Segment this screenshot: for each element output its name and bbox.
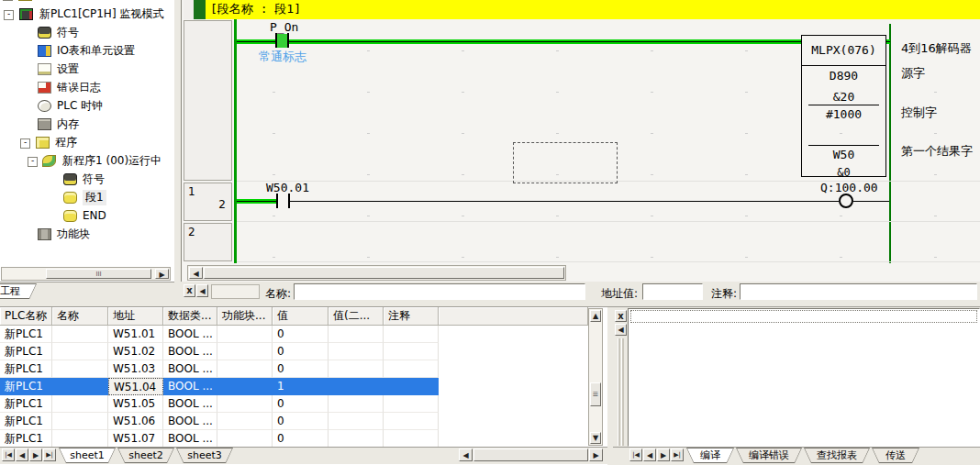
mlpx-separator <box>808 105 879 105</box>
scroll-left-icon[interactable]: ◀ <box>459 448 473 461</box>
rung1-wire <box>853 201 889 202</box>
watch-vscrollbar-thumb[interactable]: ☰ <box>590 382 601 406</box>
watch-window: PLC名称 名称 地址 数据类... 功能块... 值 值(二... 注释 新P… <box>0 306 607 465</box>
rung1-wire <box>290 201 839 202</box>
output-tabbar: |◀ ◀ ▶ ▶| 编译 编译错误 查找报表 传送 <box>613 447 980 464</box>
ladder-selection-marquee[interactable] <box>513 142 618 183</box>
sheet-tabbar: |◀ ◀ ▶ ▶| sheet1 sheet2 sheet3 ◀ ▶ <box>0 447 607 464</box>
contact-bar <box>287 33 289 48</box>
prev-sheet-icon[interactable]: ◀ <box>16 448 28 461</box>
tree-expand-icon[interactable]: - <box>28 157 38 167</box>
tree-expand-icon[interactable]: - <box>20 138 30 149</box>
last-sheet-icon[interactable]: ▶| <box>43 448 56 461</box>
collapse-left-icon[interactable]: ◀ <box>196 284 208 297</box>
mlpx-op2-comment: 控制字 <box>901 105 937 121</box>
rung1-margin-cell[interactable]: 1 2 <box>184 183 232 221</box>
right-power-rail <box>889 24 891 263</box>
section-icon <box>63 210 77 222</box>
output-gripper[interactable] <box>618 338 620 446</box>
tab-sheet3[interactable]: sheet3 <box>176 448 233 463</box>
collapse-left-icon[interactable]: ◀ <box>615 324 627 336</box>
output-gripper[interactable] <box>621 338 624 446</box>
rung-separator <box>237 221 980 222</box>
scroll-right-icon[interactable]: ▶ <box>589 448 603 461</box>
tab-transfer[interactable]: 传送 <box>872 448 919 463</box>
col-header-datatype[interactable]: 数据类... <box>163 307 217 326</box>
left-power-rail <box>234 19 237 263</box>
watch-row[interactable]: 新PLC1 W51.03 BOOL ... 0 <box>0 360 439 378</box>
tab-compile-errors[interactable]: 编译错误 <box>736 448 802 463</box>
scroll-right-icon[interactable]: ▶ <box>155 269 169 279</box>
scroll-left-icon[interactable]: ◀ <box>189 267 203 279</box>
mlpx-op3-comment: 第一个结果字 <box>901 143 973 160</box>
ladder-hscrollbar[interactable]: ◀ <box>187 265 566 281</box>
col-header-value-bin[interactable]: 值(二... <box>329 307 384 326</box>
watch-row[interactable]: 新PLC1 W51.06 BOOL ... 0 <box>0 413 439 430</box>
contact-p-on[interactable]: P_On <box>270 20 298 34</box>
watch-row[interactable]: 新PLC1 W51.07 BOOL ... 0 <box>0 430 439 448</box>
section-title-bar[interactable]: [段名称 : 段1] <box>206 0 980 19</box>
log-selected-line[interactable] <box>630 310 977 323</box>
workspace-tabbar: 工程 <box>0 282 174 306</box>
rung-cursor-block[interactable] <box>194 0 206 19</box>
watch-row-selected[interactable]: 新PLC1 W51.04 BOOL ... 1 <box>0 378 439 395</box>
panel-splitter[interactable] <box>174 0 181 306</box>
watch-row[interactable]: 新PLC1 W51.01 BOOL ... 0 <box>0 326 439 343</box>
contact-comment: 常通标志 <box>259 49 306 65</box>
col-header-extra <box>439 307 588 326</box>
project-tree-panel: - 新工程 - 新PLC1[CP1H] 监视模式 符号 IO表和单元设置 设置 … <box>0 0 175 306</box>
tab-project[interactable]: 工程 <box>0 283 37 299</box>
tree-expand-icon[interactable]: - <box>4 10 14 20</box>
comment-input[interactable] <box>740 283 977 300</box>
col-header-value[interactable]: 值 <box>273 307 329 326</box>
focused-address-cell[interactable]: W51.04 <box>108 378 163 395</box>
ladder-hscrollbar-thumb[interactable] <box>204 267 564 279</box>
output-coil[interactable] <box>839 194 853 208</box>
rung0-wire-energized <box>886 39 890 44</box>
address-value-input[interactable] <box>642 283 703 300</box>
name-input[interactable] <box>294 283 585 300</box>
next-sheet-icon[interactable]: ▶ <box>29 448 42 461</box>
tab-find-report[interactable]: 查找报表 <box>804 448 870 463</box>
mlpx-operand3-monitor: &0 <box>802 166 885 179</box>
first-sheet-icon[interactable]: |◀ <box>2 448 15 461</box>
prev-tab-icon[interactable]: ◀ <box>643 448 656 461</box>
rung0-wire-energized <box>237 39 801 44</box>
tree-hscrollbar[interactable]: III ▶ <box>1 267 171 281</box>
contact-w50-01[interactable]: W50.01 <box>266 181 309 194</box>
watch-row[interactable]: 新PLC1 W51.05 BOOL ... 0 <box>0 395 439 413</box>
col-header-fb[interactable]: 功能块... <box>217 307 273 326</box>
function-block-icon <box>38 228 51 240</box>
tree-expand-icon[interactable]: - <box>3 0 13 1</box>
scroll-down-icon[interactable]: ▼ <box>590 432 601 444</box>
program-icon <box>36 137 50 149</box>
scroll-up-icon[interactable]: ▲ <box>590 310 601 322</box>
col-header-address[interactable]: 地址 <box>108 307 163 326</box>
mlpx-instruction-block[interactable]: MLPX(076) D890 &20 #1000 W50 &0 <box>801 35 886 177</box>
watch-vscrollbar[interactable]: ▲ ☰ ▼ <box>588 308 603 446</box>
compile-log-area[interactable] <box>628 308 980 447</box>
tab-sheet2[interactable]: sheet2 <box>117 448 174 463</box>
plc-device-icon <box>19 8 33 20</box>
tab-sheet1[interactable]: sheet1 <box>59 448 116 463</box>
col-header-comment[interactable]: 注释 <box>384 307 439 326</box>
rung0-margin-cell[interactable] <box>184 20 232 181</box>
col-header-plc[interactable]: PLC名称 <box>0 307 52 326</box>
rung2-margin-cell[interactable]: 2 <box>184 223 232 261</box>
edit-bar-blank-box <box>211 284 260 299</box>
last-tab-icon[interactable]: ▶| <box>671 448 684 461</box>
tab-compile[interactable]: 编译 <box>686 448 734 463</box>
next-tab-icon[interactable]: ▶ <box>657 448 670 461</box>
watch-hscrollbar-thumb[interactable] <box>473 448 588 461</box>
contact-bar <box>275 33 277 48</box>
watch-row[interactable]: 新PLC1 W51.02 BOOL ... 0 <box>0 343 439 360</box>
close-icon[interactable]: x <box>615 310 627 322</box>
mlpx-mnemonic: MLPX(076) <box>802 36 885 66</box>
col-header-name[interactable]: 名称 <box>52 307 108 326</box>
first-tab-icon[interactable]: |◀ <box>629 448 642 461</box>
error-log-icon <box>38 82 51 94</box>
section-icon <box>63 192 77 204</box>
mlpx-separator <box>808 145 879 146</box>
tree-hscrollbar-thumb[interactable]: III <box>46 269 151 279</box>
close-icon[interactable]: x <box>184 284 195 297</box>
